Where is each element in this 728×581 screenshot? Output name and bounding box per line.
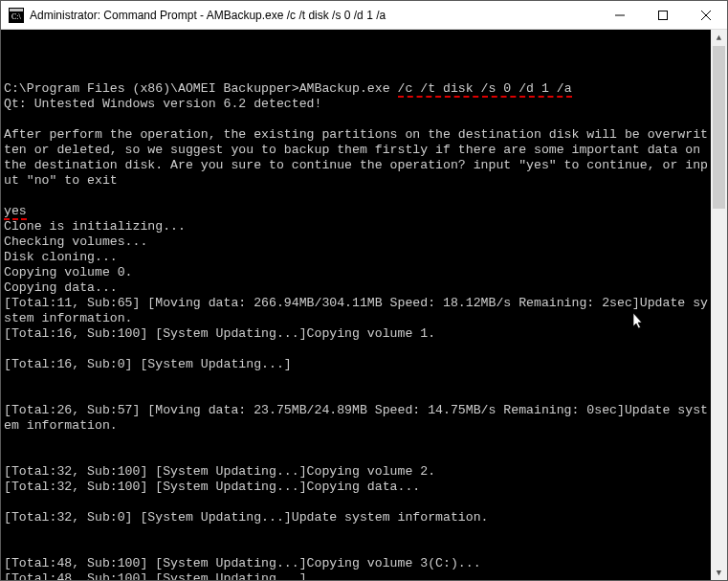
cmd-highlighted: /c /t disk /s 0 /d 1 /a — [398, 81, 572, 98]
minimize-button[interactable] — [598, 1, 641, 29]
line-progress-1: [Total:11, Sub:65] [Moving data: 266.94M… — [4, 296, 708, 325]
terminal[interactable]: C:\Program Files (x86)\AOMEI Backupper>A… — [1, 30, 727, 581]
window-controls — [598, 1, 727, 29]
scroll-down-button[interactable]: ▼ — [711, 565, 727, 581]
line-progress-4: [Total:26, Sub:57] [Moving data: 23.75MB… — [4, 403, 708, 433]
prompt-path: C:\Program Files (x86)\AOMEI Backupper> — [4, 81, 299, 96]
window-title: Administrator: Command Prompt - AMBackup… — [30, 9, 598, 22]
line-progress-3: [Total:16, Sub:0] [System Updating...] — [4, 357, 292, 371]
line-progress-2: [Total:16, Sub:100] [System Updating...]… — [4, 326, 435, 341]
line-progress-7: [Total:32, Sub:0] [System Updating...]Up… — [4, 510, 488, 525]
line-progress-6: [Total:32, Sub:100] [System Updating...]… — [4, 480, 420, 494]
line-yes: yes — [4, 204, 27, 220]
line-progress-8: [Total:48, Sub:100] [System Updating...]… — [4, 556, 481, 570]
line-progress-9: [Total:48, Sub:100] [System Updating...] — [4, 571, 307, 581]
line-check-vol: Checking volumes... — [4, 235, 147, 249]
scroll-up-button[interactable]: ▲ — [711, 30, 727, 46]
line-copy-data: Copying data... — [4, 280, 118, 295]
scroll-thumb[interactable] — [713, 46, 725, 209]
scrollbar[interactable]: ▲ ▼ — [711, 30, 727, 581]
line-clone-init: Clone is initializing... — [4, 219, 186, 234]
terminal-output: C:\Program Files (x86)\AOMEI Backupper>A… — [4, 66, 708, 581]
svg-rect-1 — [10, 9, 23, 11]
line-copy-vol0: Copying volume 0. — [4, 265, 133, 279]
line-disk-cloning: Disk cloning... — [4, 250, 118, 264]
line-qt: Qt: Untested Windows version 6.2 detecte… — [4, 97, 321, 111]
line-warning: After perform the operation, the existin… — [4, 127, 708, 188]
cmd-icon: C:\ — [9, 8, 24, 23]
svg-rect-4 — [658, 11, 667, 19]
svg-text:C:\: C:\ — [11, 12, 22, 21]
close-button[interactable] — [684, 1, 727, 29]
titlebar: C:\ Administrator: Command Prompt - AMBa… — [1, 1, 727, 30]
cmd-prefix: AMBackup.exe — [299, 81, 398, 96]
line-progress-5: [Total:32, Sub:100] [System Updating...]… — [4, 464, 435, 479]
maximize-button[interactable] — [641, 1, 684, 29]
